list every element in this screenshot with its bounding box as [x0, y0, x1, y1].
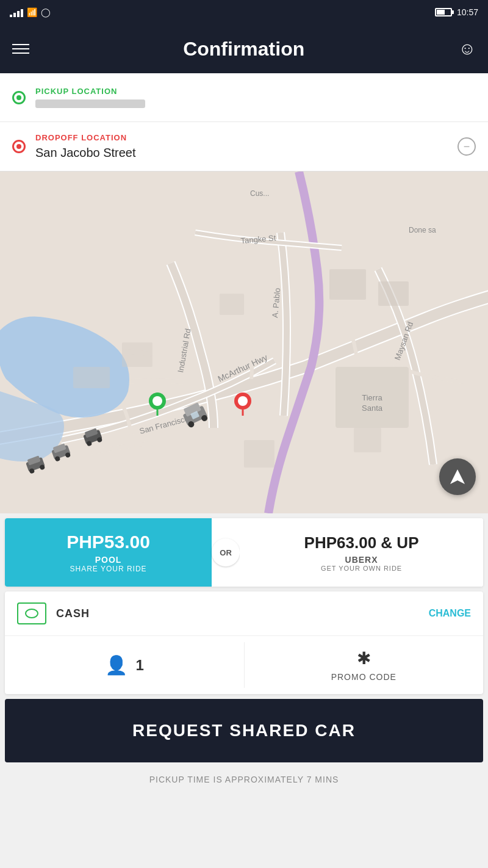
pickup-row[interactable]: PICKUP LOCATION — [0, 73, 488, 122]
pickup-dot — [12, 91, 26, 104]
dropoff-label: DROPOFF LOCATION — [35, 133, 458, 142]
svg-text:Done sa: Done sa — [409, 226, 436, 234]
svg-rect-7 — [122, 342, 152, 367]
passengers-section[interactable]: 👤 1 — [5, 642, 245, 688]
location-panel: PICKUP LOCATION DROPOFF LOCATION San Jac… — [0, 73, 488, 172]
status-bar: 📶 ◯ 10:57 — [0, 0, 488, 24]
pool-price: PHP53.00 — [66, 532, 150, 552]
svg-rect-5 — [378, 281, 409, 306]
promo-icon: ✱ — [357, 648, 371, 668]
uberx-sublabel: GET YOUR OWN RIDE — [321, 565, 402, 572]
passenger-count: 1 — [136, 657, 144, 674]
promo-section[interactable]: ✱ PROMO CODE — [245, 636, 484, 694]
person-icon: 👤 — [105, 654, 127, 676]
status-left: 📶 ◯ — [10, 7, 51, 17]
signal-bars — [10, 7, 23, 17]
pickup-time: PICKUP TIME IS APPROXIMATELY 7 MINS — [0, 767, 488, 797]
change-payment-button[interactable]: CHANGE — [429, 608, 471, 619]
cash-icon — [17, 602, 46, 624]
payment-label: CASH — [56, 607, 429, 620]
uberx-label: UBERX — [345, 555, 378, 565]
uberx-price: PHP63.00 & UP — [304, 533, 419, 552]
pickup-info: PICKUP LOCATION — [35, 87, 476, 108]
dropoff-dot — [12, 140, 26, 153]
uberx-option[interactable]: PHP63.00 & UP UBERX GET YOUR OWN RIDE — [240, 518, 483, 587]
dropoff-row[interactable]: DROPOFF LOCATION San Jacobo Street − — [0, 122, 488, 171]
dropoff-address: San Jacobo Street — [35, 146, 458, 160]
status-time: 10:57 — [457, 7, 478, 17]
page-title: Confirmation — [183, 38, 304, 60]
pool-label: POOL — [95, 555, 122, 565]
svg-rect-6 — [220, 294, 244, 315]
svg-rect-8 — [73, 367, 110, 388]
svg-point-39 — [238, 396, 248, 406]
pool-option[interactable]: PHP53.00 POOL SHARE YOUR RIDE — [5, 518, 212, 587]
circle-icon: ◯ — [41, 7, 51, 17]
svg-rect-9 — [244, 440, 274, 468]
svg-point-37 — [152, 396, 162, 406]
svg-rect-4 — [329, 269, 366, 300]
header: Confirmation ☺ — [0, 24, 488, 73]
dropoff-info: DROPOFF LOCATION San Jacobo Street — [35, 133, 458, 160]
menu-button[interactable] — [12, 44, 29, 54]
pickup-placeholder — [35, 99, 145, 108]
navigation-button[interactable] — [439, 458, 476, 495]
svg-text:Cus...: Cus... — [250, 189, 269, 198]
extras-row: 👤 1 ✱ PROMO CODE — [5, 636, 483, 694]
remove-dropoff-button[interactable]: − — [458, 137, 476, 156]
smiley-icon[interactable]: ☺ — [458, 39, 476, 59]
battery-icon — [435, 8, 452, 16]
pricing-panel: PHP53.00 POOL SHARE YOUR RIDE OR PHP63.0… — [5, 518, 483, 587]
pool-sublabel: SHARE YOUR RIDE — [70, 565, 146, 573]
wifi-icon: 📶 — [27, 7, 37, 17]
or-separator: OR — [212, 538, 240, 566]
svg-rect-10 — [354, 428, 381, 452]
payment-row[interactable]: CASH CHANGE — [5, 591, 483, 636]
map: Tierra Santa Tangke St Industrial Rd A. … — [0, 172, 488, 513]
options-panel: CASH CHANGE 👤 1 ✱ PROMO CODE — [5, 591, 483, 694]
svg-text:Santa: Santa — [362, 403, 383, 413]
request-shared-car-button[interactable]: REQUEST SHARED CAR — [5, 699, 483, 762]
svg-text:Tierra: Tierra — [362, 393, 382, 402]
status-right: 10:57 — [435, 7, 478, 17]
pickup-label: PICKUP LOCATION — [35, 87, 476, 96]
promo-label: PROMO CODE — [331, 672, 396, 682]
